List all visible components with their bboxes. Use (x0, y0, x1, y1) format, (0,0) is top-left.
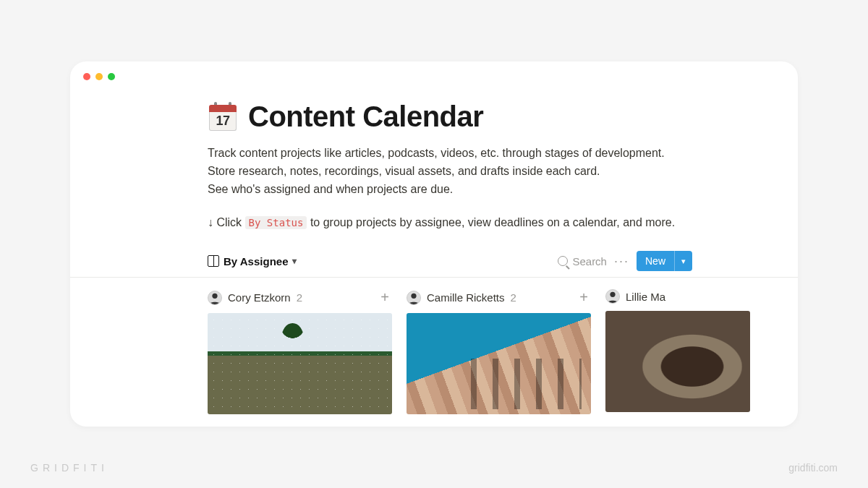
description-line: Store research, notes, recordings, visua… (208, 163, 685, 181)
svg-point-2 (610, 292, 615, 297)
board-column: Lillie Ma (605, 288, 750, 414)
view-label: By Assignee (224, 255, 288, 267)
description-line: See who's assigned and when projects are… (208, 181, 685, 199)
board-column: Cory Etzkorn 2 + (208, 288, 392, 414)
page-title-text: Content Calendar (248, 100, 483, 133)
toolbar-divider (70, 277, 798, 278)
card-cover-image[interactable] (605, 311, 750, 412)
board-column: Camille Ricketts 2 + (407, 288, 591, 414)
window-titlebar (70, 61, 798, 80)
avatar (605, 289, 620, 304)
svg-point-0 (212, 293, 217, 298)
page-content: 17 Content Calendar Track content projec… (70, 80, 798, 414)
description-line: Track content projects like articles, po… (208, 145, 685, 163)
svg-point-1 (411, 293, 416, 298)
hint-text: ↓ Click By Status to group projects by a… (208, 214, 685, 232)
chevron-down-icon: ▾ (292, 256, 297, 266)
card-cover-image[interactable] (407, 313, 591, 414)
view-selector[interactable]: By Assignee ▾ (208, 255, 297, 267)
calendar-icon: 17 (208, 102, 238, 132)
column-name: Camille Ricketts (427, 291, 505, 304)
column-header[interactable]: Lillie Ma (605, 288, 750, 311)
calendar-icon-day: 17 (209, 112, 237, 131)
hint-suffix: to group projects by assignee, view dead… (310, 216, 675, 228)
window-zoom-icon[interactable] (108, 73, 115, 80)
new-button-label: New (637, 251, 674, 271)
add-card-button[interactable]: + (378, 289, 392, 306)
avatar (208, 291, 222, 305)
more-options-button[interactable]: ··· (607, 254, 637, 269)
search-button[interactable]: Search (558, 255, 607, 267)
window-close-icon[interactable] (83, 73, 90, 80)
app-window: 17 Content Calendar Track content projec… (70, 61, 798, 427)
column-name: Lillie Ma (626, 291, 665, 303)
column-header[interactable]: Cory Etzkorn 2 + (208, 288, 392, 313)
column-header[interactable]: Camille Ricketts 2 + (407, 288, 591, 313)
avatar (407, 291, 421, 305)
page-title: 17 Content Calendar (208, 100, 798, 133)
database-toolbar: By Assignee ▾ Search ··· New ▾ (208, 251, 692, 277)
hint-prefix: ↓ Click (208, 216, 245, 228)
window-minimize-icon[interactable] (95, 73, 103, 80)
column-count: 2 (511, 291, 516, 304)
page-description: Track content projects like articles, po… (208, 145, 685, 198)
new-button[interactable]: New ▾ (637, 251, 692, 271)
by-status-chip[interactable]: By Status (245, 216, 307, 229)
board-view-icon (208, 255, 219, 267)
source-url: gridfiti.com (788, 462, 838, 474)
board-view: Cory Etzkorn 2 + Camille Ricketts 2 + (208, 288, 798, 414)
card-cover-image[interactable] (208, 313, 392, 414)
brand-watermark: GRIDFITI (30, 462, 109, 474)
add-card-button[interactable]: + (576, 289, 591, 306)
search-label: Search (572, 255, 607, 267)
column-name: Cory Etzkorn (228, 291, 291, 304)
search-icon (558, 256, 568, 266)
new-button-dropdown[interactable]: ▾ (674, 251, 692, 271)
column-count: 2 (297, 291, 302, 304)
